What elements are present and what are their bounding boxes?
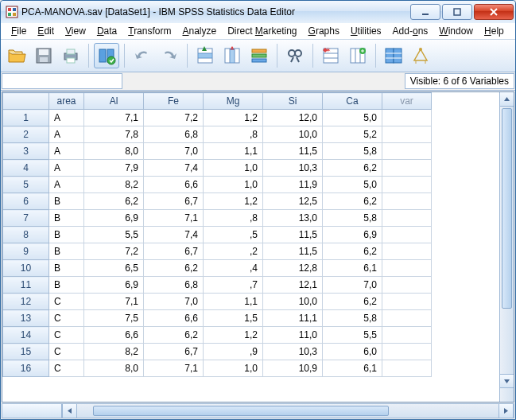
cell[interactable]: 1,0 (204, 177, 263, 193)
menu-data[interactable]: Data (91, 24, 122, 38)
cell-empty[interactable] (382, 227, 432, 243)
row-header[interactable]: 11 (3, 277, 49, 294)
cell[interactable]: 6,7 (144, 344, 204, 360)
cell[interactable]: ,4 (204, 260, 263, 277)
cell[interactable]: 7,5 (84, 310, 144, 327)
cell[interactable]: 1,1 (204, 294, 263, 310)
cell[interactable]: 6,7 (144, 193, 204, 210)
cell[interactable]: 1,2 (204, 327, 263, 344)
cell[interactable]: 12,0 (263, 110, 323, 126)
cell[interactable]: 7,4 (144, 227, 204, 243)
menu-view[interactable]: View (60, 24, 91, 38)
split-file-button[interactable] (381, 43, 406, 68)
cell-empty[interactable] (382, 260, 432, 277)
menu-file[interactable]: File (6, 24, 32, 38)
cell[interactable]: 6,8 (144, 277, 204, 294)
col-header-al[interactable]: Al (84, 93, 144, 110)
cell[interactable]: 7,9 (84, 160, 144, 177)
row-header[interactable]: 4 (3, 160, 49, 177)
cell[interactable]: 7,2 (144, 110, 204, 126)
goto-variable-button[interactable] (219, 43, 245, 68)
col-header-empty[interactable]: var (382, 93, 432, 110)
cell[interactable]: 6,5 (84, 260, 144, 277)
redo-button[interactable] (157, 43, 182, 68)
cell-empty[interactable] (382, 143, 432, 160)
row-header[interactable]: 5 (3, 177, 49, 193)
cell[interactable]: ,8 (204, 210, 263, 227)
cell[interactable]: 6,2 (84, 193, 144, 210)
cell[interactable]: 6,2 (323, 193, 382, 210)
row-header[interactable]: 1 (3, 110, 49, 126)
variables-button[interactable] (246, 43, 272, 68)
cell[interactable]: 12,8 (263, 260, 323, 277)
cell[interactable]: ,9 (204, 344, 263, 360)
cell-empty[interactable] (382, 277, 432, 294)
cell[interactable]: C (49, 360, 84, 377)
cell[interactable]: 6,6 (144, 310, 204, 327)
row-header[interactable]: 8 (3, 227, 49, 243)
menu-window[interactable]: Window (433, 24, 479, 38)
cell[interactable]: 6,1 (323, 260, 382, 277)
row-header[interactable]: 9 (3, 243, 49, 260)
goto-case-button[interactable] (192, 43, 218, 68)
cell[interactable]: 5,5 (84, 227, 144, 243)
cell[interactable]: A (49, 110, 84, 126)
titlebar[interactable]: PCA-MANOVA.sav [DataSet1] - IBM SPSS Sta… (1, 1, 515, 23)
row-header[interactable]: 13 (3, 310, 49, 327)
cell[interactable]: 8,2 (84, 177, 144, 193)
save-button[interactable] (31, 43, 56, 68)
cell[interactable]: C (49, 294, 84, 310)
cell[interactable]: C (49, 310, 84, 327)
cell[interactable]: 5,0 (323, 110, 382, 126)
cell[interactable]: 5,8 (323, 143, 382, 160)
recall-dialog-button[interactable] (94, 43, 119, 68)
find-button[interactable] (282, 43, 308, 68)
row-header[interactable]: 10 (3, 260, 49, 277)
row-header[interactable]: 2 (3, 126, 49, 143)
cell[interactable]: A (49, 126, 84, 143)
cell[interactable]: ,2 (204, 243, 263, 260)
cell-empty[interactable] (382, 193, 432, 210)
cell[interactable]: 6,6 (84, 327, 144, 344)
cell[interactable]: 7,4 (144, 160, 204, 177)
cell[interactable]: 6,0 (323, 344, 382, 360)
cell[interactable]: 11,5 (263, 227, 323, 243)
scroll-left-icon[interactable] (62, 404, 77, 418)
menu-analyze[interactable]: Analyze (177, 24, 222, 38)
menu-transform[interactable]: Transform (122, 24, 177, 38)
cell-editor[interactable] (2, 73, 122, 89)
cell[interactable]: B (49, 193, 84, 210)
row-header[interactable]: 16 (3, 360, 49, 377)
cell[interactable]: 6,2 (323, 294, 382, 310)
cell[interactable]: B (49, 260, 84, 277)
cell-empty[interactable] (382, 110, 432, 126)
cell-empty[interactable] (382, 160, 432, 177)
cell[interactable]: 11,0 (263, 327, 323, 344)
print-button[interactable] (58, 43, 83, 68)
row-header[interactable]: 14 (3, 327, 49, 344)
scroll-right-icon[interactable] (499, 404, 514, 418)
cell[interactable]: 6,2 (323, 160, 382, 177)
scroll-down-icon[interactable] (500, 374, 514, 388)
cell-empty[interactable] (382, 243, 432, 260)
cell[interactable]: 6,9 (323, 227, 382, 243)
cell[interactable]: 1,2 (204, 110, 263, 126)
cell[interactable]: 5,0 (323, 177, 382, 193)
cell[interactable]: 1,5 (204, 310, 263, 327)
cell[interactable]: 13,0 (263, 210, 323, 227)
insert-case-button[interactable]: ✶ (318, 43, 343, 68)
cell[interactable]: 8,0 (84, 360, 144, 377)
cell[interactable]: 5,8 (323, 310, 382, 327)
row-header[interactable]: 7 (3, 210, 49, 227)
cell-empty[interactable] (382, 360, 432, 377)
row-header[interactable]: 15 (3, 344, 49, 360)
cell[interactable]: 10,0 (263, 294, 323, 310)
cell[interactable]: 5,5 (323, 327, 382, 344)
cell[interactable]: 7,8 (84, 126, 144, 143)
cell[interactable]: C (49, 327, 84, 344)
cell[interactable]: 1,2 (204, 193, 263, 210)
cell[interactable]: 6,9 (84, 210, 144, 227)
cell[interactable]: 7,0 (323, 277, 382, 294)
cell[interactable]: 11,5 (263, 143, 323, 160)
cell[interactable]: A (49, 160, 84, 177)
